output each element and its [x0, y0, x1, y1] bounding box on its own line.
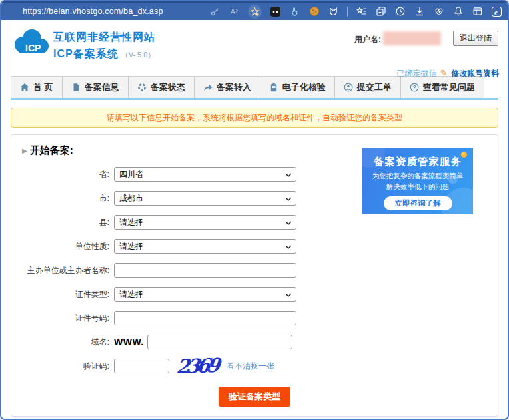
icp-cloud-logo: ICP: [12, 28, 49, 61]
cert-type-select[interactable]: 请选择: [114, 287, 296, 302]
ad-subtitle-1: 为您把复杂的备案流程变简单: [362, 172, 473, 181]
chevron-down-icon: [285, 220, 292, 226]
edge-menu-icon[interactable]: e: [491, 6, 502, 17]
tab-filing-status[interactable]: 备案状态: [128, 76, 195, 98]
collections-icon[interactable]: [375, 6, 386, 17]
org-type-label: 单位性质:: [11, 241, 114, 252]
form-row-cert-type: 证件类型: 请选择: [11, 287, 498, 302]
version-label: （V- 5.0）: [121, 51, 155, 59]
captcha-label: 验证码:: [11, 361, 114, 372]
cert-number-label: 证件号码:: [11, 313, 114, 324]
form-row-cert-number: 证件号码:: [11, 311, 498, 325]
read-aloud-icon[interactable]: A: [229, 6, 240, 17]
main-navbar: 首 页 备案信息 备案状态 备案转入 电子化核验 提交工单 ? 查看常见问题: [11, 76, 498, 100]
verify-filing-type-button[interactable]: 验证备案类型: [219, 387, 290, 407]
svg-text:ICP: ICP: [25, 43, 41, 53]
captcha-input[interactable]: [114, 359, 169, 373]
downloads-icon[interactable]: [414, 6, 425, 17]
cert-number-input[interactable]: [114, 311, 296, 325]
tab-home[interactable]: 首 页: [11, 76, 63, 98]
site-title-line2: ICP备案系统（V- 5.0）: [53, 47, 155, 61]
tab-e-verification[interactable]: 电子化核验: [260, 76, 335, 98]
logout-button[interactable]: 退出登陆: [453, 31, 498, 46]
site-title-line1: 互联网非经营性网站: [53, 31, 155, 45]
ad-banner[interactable]: 备案资质管家服务 为您把复杂的备案流程变简单 解决效率低下的问题 立即咨询了解: [362, 148, 473, 214]
password-key-icon[interactable]: [209, 6, 221, 17]
chevron-down-icon: [285, 196, 292, 202]
svg-text:?: ?: [412, 84, 416, 91]
history-icon[interactable]: [394, 6, 406, 17]
captcha-refresh-link[interactable]: 看不清换一张: [227, 361, 274, 372]
pencil-icon: ✎: [440, 68, 448, 78]
tab-filing-info[interactable]: 备案信息: [62, 76, 129, 98]
org-name-label: 主办单位或主办者名称:: [11, 265, 114, 276]
username-label: 用户名:: [354, 33, 381, 46]
chevron-down-icon: [285, 292, 292, 298]
ad-title: 备案资质管家服务: [362, 155, 473, 169]
province-select[interactable]: 四川省: [114, 167, 296, 182]
workspaces-icon[interactable]: [472, 6, 483, 17]
county-label: 县:: [11, 217, 114, 228]
domain-input[interactable]: [147, 335, 292, 349]
city-label: 市:: [11, 193, 114, 204]
form-row-captcha: 验证码: 2369 看不清换一张: [11, 359, 498, 373]
edit-account-link[interactable]: 修改账号资料: [451, 69, 499, 78]
browser-essentials-icon[interactable]: [433, 6, 444, 17]
city-select[interactable]: 成都市: [114, 191, 296, 206]
captcha-image[interactable]: 2369: [175, 355, 219, 377]
svg-text:A: A: [231, 8, 235, 15]
form-row-county: 县: 请选择: [11, 215, 498, 230]
wechat-bound-link[interactable]: 已绑定微信: [396, 69, 436, 78]
account-row: 已绑定微信 ✎ 修改账号资料: [396, 68, 499, 79]
chevron-down-icon: [285, 172, 292, 178]
triangle-bullet-icon: ▶: [22, 147, 27, 154]
favorites-icon[interactable]: [356, 6, 367, 17]
form-row-domain: 域名: WWW.: [11, 335, 498, 349]
filing-form-panel: ▶开始备案: 省: 四川省 市: 成都市 县: 请选择 单: [11, 134, 498, 417]
form-heading: ▶开始备案:: [22, 144, 73, 157]
site-title: 互联网非经营性网站 ICP备案系统（V- 5.0）: [53, 31, 155, 61]
hand-pointer-icon[interactable]: [289, 6, 300, 17]
tab-submit-ticket[interactable]: 提交工单: [334, 76, 401, 98]
browser-toolbar: A: [209, 3, 502, 20]
site-header: ICP 互联网非经营性网站 ICP备案系统（V- 5.0） 用户名: 退出登陆 …: [1, 20, 508, 76]
url-text[interactable]: https://beian.vhostgo.com/ba_dx.asp: [23, 7, 163, 16]
www-prefix: WWW.: [114, 337, 144, 347]
form-row-org-name: 主办单位或主办者名称:: [11, 263, 498, 278]
province-label: 省:: [11, 169, 114, 180]
svg-text:e: e: [494, 8, 498, 15]
form-row-org-type: 单位性质: 请选择: [11, 239, 498, 254]
cert-type-label: 证件类型:: [11, 289, 114, 300]
tab-filing-transfer[interactable]: 备案转入: [194, 76, 260, 98]
domain-label: 域名:: [11, 337, 114, 348]
notifications-icon[interactable]: [452, 6, 464, 17]
org-name-input[interactable]: [114, 263, 296, 278]
cookie-extension-icon[interactable]: [308, 6, 320, 17]
fox-extension-icon[interactable]: [328, 6, 339, 17]
browser-window: https://beian.vhostgo.com/ba_dx.asp A: [0, 0, 509, 420]
chevron-down-icon: [285, 244, 292, 250]
username-value-redacted: [383, 31, 441, 45]
submit-row: 验证备案类型: [11, 387, 498, 407]
county-select[interactable]: 请选择: [114, 215, 296, 230]
add-favorite-star-icon[interactable]: [248, 5, 262, 19]
org-type-select[interactable]: 请选择: [114, 239, 296, 254]
extension-dark-icon[interactable]: [270, 6, 281, 17]
browser-address-bar[interactable]: https://beian.vhostgo.com/ba_dx.asp A: [1, 1, 508, 20]
ad-subtitle-2: 解决效率低下的问题: [362, 182, 473, 192]
notice-banner: 请填写以下信息开始备案，系统将根据您填写的域名和证件，自动验证您的备案类型: [11, 108, 498, 128]
ad-consult-button[interactable]: 立即咨询了解: [384, 196, 452, 210]
toolbar-separator: [347, 7, 348, 17]
